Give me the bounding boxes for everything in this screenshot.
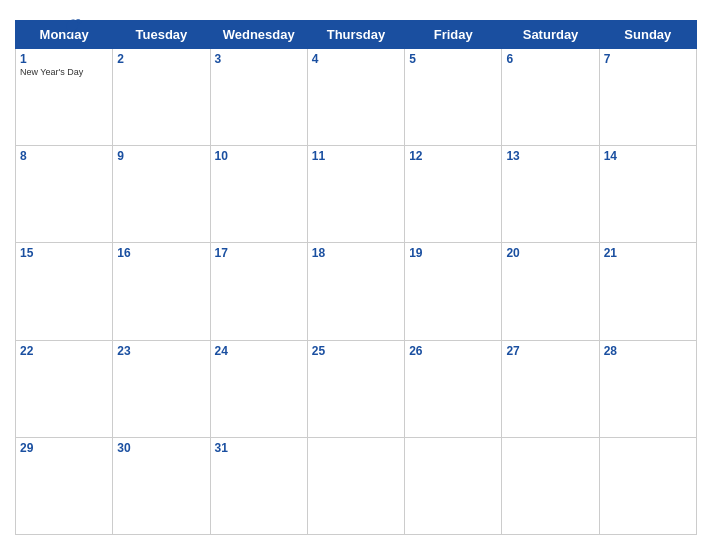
calendar-table: MondayTuesdayWednesdayThursdayFridaySatu… bbox=[15, 20, 697, 535]
calendar-cell: 13 bbox=[502, 146, 599, 243]
calendar-cell: 10 bbox=[210, 146, 307, 243]
logo bbox=[15, 10, 84, 46]
days-header-row: MondayTuesdayWednesdayThursdayFridaySatu… bbox=[16, 21, 697, 49]
calendar-cell: 22 bbox=[16, 340, 113, 437]
calendar-week-row: 891011121314 bbox=[16, 146, 697, 243]
day-number: 19 bbox=[409, 246, 497, 260]
day-number: 12 bbox=[409, 149, 497, 163]
day-number: 18 bbox=[312, 246, 400, 260]
calendar-cell: 30 bbox=[113, 437, 210, 534]
day-number: 23 bbox=[117, 344, 205, 358]
day-number: 5 bbox=[409, 52, 497, 66]
day-number: 3 bbox=[215, 52, 303, 66]
day-number: 2 bbox=[117, 52, 205, 66]
day-number: 24 bbox=[215, 344, 303, 358]
day-number: 29 bbox=[20, 441, 108, 455]
day-number: 11 bbox=[312, 149, 400, 163]
calendar-cell: 16 bbox=[113, 243, 210, 340]
calendar-week-row: 1New Year's Day234567 bbox=[16, 49, 697, 146]
day-number: 8 bbox=[20, 149, 108, 163]
day-number: 27 bbox=[506, 344, 594, 358]
day-number: 22 bbox=[20, 344, 108, 358]
calendar-week-row: 22232425262728 bbox=[16, 340, 697, 437]
day-number: 4 bbox=[312, 52, 400, 66]
day-number: 28 bbox=[604, 344, 692, 358]
calendar-header bbox=[15, 10, 697, 20]
day-number: 13 bbox=[506, 149, 594, 163]
day-number: 14 bbox=[604, 149, 692, 163]
calendar-cell: 12 bbox=[405, 146, 502, 243]
calendar-cell: 7 bbox=[599, 49, 696, 146]
weekday-header-sunday: Sunday bbox=[599, 21, 696, 49]
calendar-week-row: 293031 bbox=[16, 437, 697, 534]
day-number: 7 bbox=[604, 52, 692, 66]
weekday-header-tuesday: Tuesday bbox=[113, 21, 210, 49]
weekday-header-wednesday: Wednesday bbox=[210, 21, 307, 49]
calendar-cell: 26 bbox=[405, 340, 502, 437]
calendar-cell bbox=[502, 437, 599, 534]
calendar-cell: 2 bbox=[113, 49, 210, 146]
weekday-header-friday: Friday bbox=[405, 21, 502, 49]
logo-bird-icon bbox=[62, 18, 84, 38]
calendar-cell: 21 bbox=[599, 243, 696, 340]
day-number: 25 bbox=[312, 344, 400, 358]
calendar-cell: 15 bbox=[16, 243, 113, 340]
day-number: 9 bbox=[117, 149, 205, 163]
calendar-cell: 5 bbox=[405, 49, 502, 146]
day-number: 26 bbox=[409, 344, 497, 358]
calendar-cell bbox=[599, 437, 696, 534]
calendar-cell: 31 bbox=[210, 437, 307, 534]
calendar-cell: 25 bbox=[307, 340, 404, 437]
calendar-cell: 19 bbox=[405, 243, 502, 340]
weekday-header-saturday: Saturday bbox=[502, 21, 599, 49]
calendar-cell: 1New Year's Day bbox=[16, 49, 113, 146]
calendar-cell: 17 bbox=[210, 243, 307, 340]
day-number: 6 bbox=[506, 52, 594, 66]
calendar-cell: 8 bbox=[16, 146, 113, 243]
calendar-cell: 11 bbox=[307, 146, 404, 243]
calendar-cell bbox=[405, 437, 502, 534]
calendar-week-row: 15161718192021 bbox=[16, 243, 697, 340]
calendar-cell: 28 bbox=[599, 340, 696, 437]
day-number: 10 bbox=[215, 149, 303, 163]
day-number: 21 bbox=[604, 246, 692, 260]
weekday-header-thursday: Thursday bbox=[307, 21, 404, 49]
calendar-cell: 20 bbox=[502, 243, 599, 340]
calendar-cell bbox=[307, 437, 404, 534]
day-number: 16 bbox=[117, 246, 205, 260]
day-number: 30 bbox=[117, 441, 205, 455]
calendar-cell: 24 bbox=[210, 340, 307, 437]
day-number: 15 bbox=[20, 246, 108, 260]
calendar-cell: 14 bbox=[599, 146, 696, 243]
day-number: 17 bbox=[215, 246, 303, 260]
calendar-cell: 29 bbox=[16, 437, 113, 534]
calendar-cell: 4 bbox=[307, 49, 404, 146]
day-number: 31 bbox=[215, 441, 303, 455]
calendar-cell: 3 bbox=[210, 49, 307, 146]
calendar-cell: 9 bbox=[113, 146, 210, 243]
day-number: 1 bbox=[20, 52, 108, 66]
calendar-cell: 27 bbox=[502, 340, 599, 437]
day-number: 20 bbox=[506, 246, 594, 260]
holiday-label: New Year's Day bbox=[20, 67, 108, 77]
calendar-cell: 23 bbox=[113, 340, 210, 437]
calendar-cell: 6 bbox=[502, 49, 599, 146]
calendar-cell: 18 bbox=[307, 243, 404, 340]
